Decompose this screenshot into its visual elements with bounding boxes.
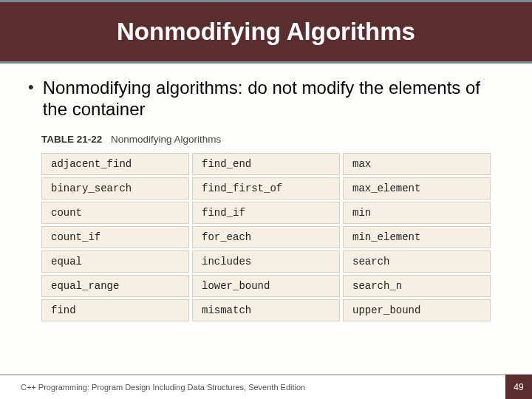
table-cell: max [343,153,491,175]
table-cell: upper_bound [343,299,491,321]
table-cell: max_element [343,177,491,200]
algorithms-table: adjacent_findfind_endmaxbinary_searchfin… [38,151,494,324]
slide-title: Nonmodifying Algorithms [117,18,415,46]
table-row: equal_rangelower_boundsearch_n [41,275,491,297]
table-row: binary_searchfind_first_ofmax_element [41,177,491,200]
table-cell: lower_bound [192,275,340,297]
table-cell: count [41,202,189,224]
table-cell: find [41,299,189,321]
footer-text: C++ Programming: Program Design Includin… [21,383,305,392]
table-row: findmismatchupper_bound [41,299,491,321]
table-cell: equal_range [41,275,189,297]
table-cell: includes [192,250,340,273]
title-bar: Nonmodifying Algorithms [0,0,532,64]
table-cell: min [343,202,491,224]
table-cell: count_if [41,226,189,248]
table-cell: search_n [343,275,491,297]
table-cell: find_first_of [192,177,340,200]
table-row: countfind_ifmin [41,202,491,224]
content-area: • Nonmodifying algorithms: do not modify… [0,64,532,324]
page-number: 49 [505,375,532,399]
table-cell: find_end [192,153,340,175]
bullet-text: Nonmodifying algorithms: do not modify t… [43,77,505,120]
table-caption-title: Nonmodifying Algorithms [111,134,221,145]
table-cell: equal [41,250,189,273]
table-cell: find_if [192,202,340,224]
table-cell: adjacent_find [41,153,189,175]
table-cell: for_each [192,226,340,248]
table-caption: TABLE 21-22 Nonmodifying Algorithms [41,134,499,145]
table-cell: binary_search [41,177,189,200]
footer: C++ Programming: Program Design Includin… [0,374,532,399]
table-row: count_iffor_eachmin_element [41,226,491,248]
table-cell: min_element [343,226,491,248]
algorithms-table-body: adjacent_findfind_endmaxbinary_searchfin… [41,153,491,321]
table-row: adjacent_findfind_endmax [41,153,491,175]
bullet-item: • Nonmodifying algorithms: do not modify… [27,77,505,120]
table-caption-label: TABLE 21-22 [41,134,102,145]
table-row: equalincludessearch [41,250,491,273]
bullet-marker: • [28,77,34,98]
table-cell: mismatch [192,299,340,321]
table-cell: search [343,250,491,273]
table-wrap: TABLE 21-22 Nonmodifying Algorithms adja… [38,134,499,324]
